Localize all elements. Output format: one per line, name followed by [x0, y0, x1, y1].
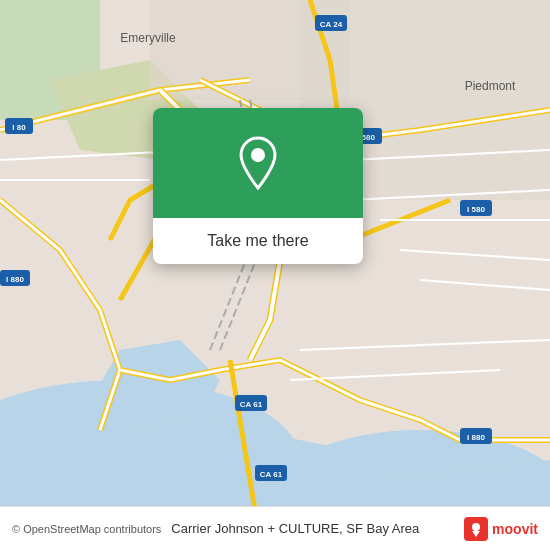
location-name-label: Carrier Johnson + CULTURE, SF Bay Area — [171, 521, 454, 536]
moovit-icon — [464, 517, 488, 541]
bottom-bar: © OpenStreetMap contributors Carrier Joh… — [0, 506, 550, 550]
svg-text:I 880: I 880 — [6, 275, 24, 284]
svg-point-40 — [472, 523, 480, 531]
svg-text:Emeryville: Emeryville — [120, 31, 176, 45]
svg-text:CA 61: CA 61 — [260, 470, 283, 479]
location-popup: Take me there — [153, 108, 363, 264]
svg-text:Piedmont: Piedmont — [465, 79, 516, 93]
osm-attribution: © OpenStreetMap contributors — [12, 523, 161, 535]
map-background: I 880 I 80 I 580 I 580 CA 24 I 880 CA 6 — [0, 0, 550, 550]
svg-point-38 — [251, 148, 265, 162]
moovit-logo: moovit — [464, 517, 538, 541]
location-pin-icon — [236, 141, 280, 185]
popup-action-area[interactable]: Take me there — [153, 218, 363, 264]
svg-text:CA 24: CA 24 — [320, 20, 343, 29]
svg-text:I 880: I 880 — [467, 433, 485, 442]
svg-text:CA 61: CA 61 — [240, 400, 263, 409]
svg-text:I 580: I 580 — [467, 205, 485, 214]
map-container: I 880 I 80 I 580 I 580 CA 24 I 880 CA 6 — [0, 0, 550, 550]
svg-text:I 80: I 80 — [12, 123, 26, 132]
moovit-label: moovit — [492, 521, 538, 537]
popup-header — [153, 108, 363, 218]
take-me-there-button[interactable]: Take me there — [207, 232, 308, 250]
